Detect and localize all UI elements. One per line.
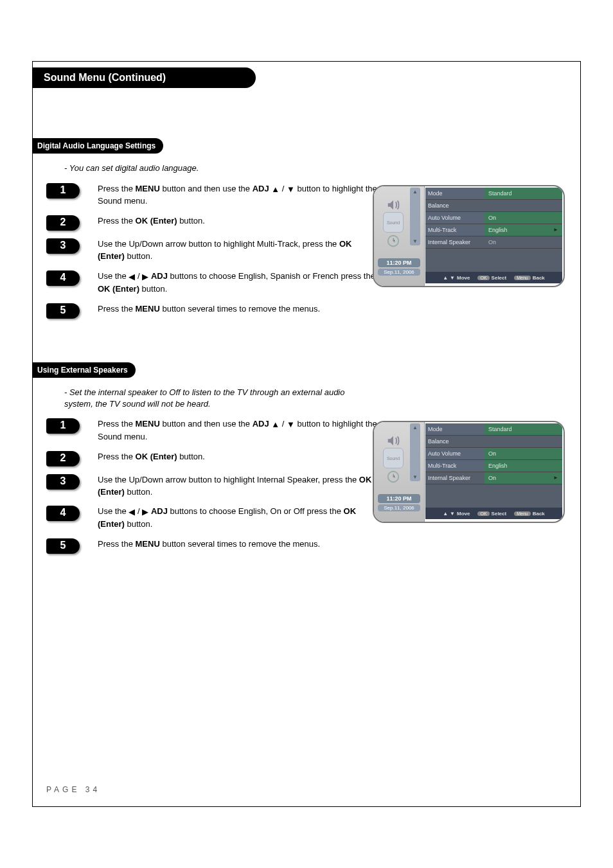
osd-menu-2: ▲ ▼ Sound 11:20 PM Sep.11, 2006 bbox=[373, 421, 562, 523]
osd-row-label: Balance bbox=[425, 200, 484, 211]
step-text: Press the MENU button and then use the A… bbox=[98, 418, 380, 443]
page-number: PAGE 34 bbox=[46, 785, 100, 794]
step-number-badge: 3 bbox=[46, 238, 80, 254]
osd-sidebar: ▲ ▼ Sound 11:20 PM Sep.11, 2006 bbox=[374, 422, 425, 522]
step-number-badge: 5 bbox=[46, 303, 80, 319]
osd-row[interactable]: Balance bbox=[425, 436, 562, 448]
step-text: Press the MENU button and then use the A… bbox=[98, 183, 380, 208]
triangle-left-icon: ◀ bbox=[129, 271, 135, 283]
osd-main: ModeStandardBalanceAuto VolumeOnMulti-Tr… bbox=[425, 188, 562, 285]
triangle-up-icon: ▲ bbox=[271, 184, 280, 196]
triangle-up-icon: ▲ bbox=[443, 511, 448, 517]
step-number-badge: 3 bbox=[46, 474, 80, 490]
page: Sound Menu (Continued) Digital Audio Lan… bbox=[0, 0, 613, 868]
osd-sound-label: Sound bbox=[387, 220, 400, 225]
osd-row-label: Internal Speaker bbox=[425, 472, 484, 484]
step-text: Press the MENU button several times to r… bbox=[98, 538, 320, 551]
osd-row[interactable]: Internal SpeakerOn bbox=[425, 472, 562, 484]
osd-row-value bbox=[484, 436, 562, 447]
chevron-down-icon: ▼ bbox=[413, 474, 418, 480]
osd-bottom-bar: ▲▼ MoveOK SelectMenu Back bbox=[425, 272, 562, 283]
step-number-badge: 4 bbox=[46, 270, 80, 286]
section-title-external-speakers: Using External Speakers bbox=[32, 362, 136, 378]
step-text: Use the ◀ / ▶ ADJ buttons to choose Engl… bbox=[98, 270, 380, 296]
step-number-badge: 4 bbox=[46, 506, 80, 521]
triangle-down-icon: ▼ bbox=[287, 184, 295, 196]
osd-date: Sep.11, 2006 bbox=[378, 269, 420, 276]
triangle-right-icon: ▶ bbox=[142, 506, 148, 518]
osd-side-arrows: ▲ ▼ bbox=[410, 188, 420, 245]
osd-row-label: Auto Volume bbox=[425, 212, 484, 224]
osd-row-value: On bbox=[484, 472, 562, 484]
osd-row[interactable]: Multi-TrackEnglish bbox=[425, 224, 562, 236]
osd-row[interactable]: Multi-TrackEnglish bbox=[425, 460, 562, 472]
osd-hint-back: Menu Back bbox=[514, 511, 545, 517]
chevron-up-icon: ▲ bbox=[413, 425, 418, 430]
ok-pill: OK bbox=[477, 511, 489, 516]
osd-sound-label: Sound bbox=[387, 456, 400, 461]
section-title-digital-audio: Digital Audio Language Settings bbox=[32, 138, 163, 154]
osd-row-label: Multi-Track bbox=[425, 224, 484, 236]
ok-pill: OK bbox=[477, 276, 489, 280]
osd-row-value: On bbox=[484, 236, 562, 248]
triangle-right-icon: ▶ bbox=[142, 271, 148, 283]
osd-hint-select: OK Select bbox=[477, 275, 506, 281]
osd-row-value bbox=[484, 200, 562, 211]
step-text: Press the OK (Enter) button. bbox=[98, 215, 205, 227]
chevron-up-icon: ▲ bbox=[413, 189, 418, 195]
step-text: Use the ◀ / ▶ ADJ buttons to choose Engl… bbox=[98, 506, 380, 531]
osd-fill bbox=[425, 249, 562, 272]
osd-hint-back: Menu Back bbox=[514, 275, 545, 281]
chevron-down-icon: ▼ bbox=[413, 238, 418, 244]
step-text: Press the MENU button several times to r… bbox=[98, 303, 320, 315]
osd-row[interactable]: Auto VolumeOn bbox=[425, 212, 562, 224]
triangle-down-icon: ▼ bbox=[450, 275, 455, 281]
osd-hint-move: ▲▼ Move bbox=[443, 511, 470, 517]
osd-row[interactable]: Internal SpeakerOn bbox=[425, 236, 562, 249]
osd-row-value: Standard bbox=[484, 188, 562, 199]
osd-row-label: Mode bbox=[425, 423, 484, 435]
osd-row-label: Balance bbox=[425, 436, 484, 447]
step-number-badge: 1 bbox=[46, 183, 80, 199]
osd-main: ModeStandardBalanceAuto VolumeOnMulti-Tr… bbox=[425, 423, 562, 520]
page-header: Sound Menu (Continued) bbox=[32, 67, 256, 88]
osd-fill bbox=[425, 484, 562, 508]
step-number-badge: 2 bbox=[46, 451, 80, 466]
osd-row-value: English bbox=[484, 460, 562, 472]
triangle-up-icon: ▲ bbox=[443, 275, 448, 281]
osd-hint-select: OK Select bbox=[477, 511, 506, 517]
osd-row-value: Standard bbox=[484, 423, 562, 435]
osd-menu-1: ▲ ▼ Sound 11:20 PM Sep.11, 2006 bbox=[373, 185, 562, 287]
triangle-left-icon: ◀ bbox=[129, 506, 135, 518]
step-number-badge: 2 bbox=[46, 215, 80, 231]
osd-hint-move: ▲▼ Move bbox=[443, 275, 470, 281]
osd-date: Sep.11, 2006 bbox=[378, 504, 420, 511]
osd-row-label: Mode bbox=[425, 188, 484, 199]
osd-row-value: English bbox=[484, 224, 562, 236]
triangle-down-icon: ▼ bbox=[450, 511, 455, 517]
section-note: - Set the internal speaker to Off to lis… bbox=[64, 387, 347, 409]
osd-sound-badge: Sound bbox=[383, 212, 404, 233]
step-number-badge: 1 bbox=[46, 418, 80, 434]
step-row: 5Press the MENU button several times to … bbox=[46, 538, 573, 554]
osd-sound-badge: Sound bbox=[383, 448, 404, 468]
osd-row[interactable]: ModeStandard bbox=[425, 423, 562, 436]
osd-row[interactable]: ModeStandard bbox=[425, 188, 562, 200]
step-text: Press the OK (Enter) button. bbox=[98, 451, 205, 463]
osd-row-label: Auto Volume bbox=[425, 448, 484, 459]
triangle-up-icon: ▲ bbox=[271, 419, 280, 431]
osd-row-label: Internal Speaker bbox=[425, 236, 484, 248]
triangle-down-icon: ▼ bbox=[287, 419, 295, 431]
menu-pill: Menu bbox=[514, 276, 531, 280]
osd-row-value: On bbox=[484, 212, 562, 224]
clock-icon bbox=[386, 234, 400, 248]
osd-row[interactable]: Auto VolumeOn bbox=[425, 448, 562, 460]
osd-row[interactable]: Balance bbox=[425, 200, 562, 212]
osd-time: 11:20 PM bbox=[378, 258, 420, 267]
osd-sidebar: ▲ ▼ Sound 11:20 PM Sep.11, 2006 bbox=[374, 186, 425, 286]
osd-time: 11:20 PM bbox=[378, 494, 420, 503]
step-row: 5Press the MENU button several times to … bbox=[46, 303, 573, 319]
menu-pill: Menu bbox=[514, 511, 531, 516]
speaker-icon bbox=[386, 198, 400, 212]
step-text: Use the Up/Down arrow button to highligh… bbox=[98, 238, 380, 263]
